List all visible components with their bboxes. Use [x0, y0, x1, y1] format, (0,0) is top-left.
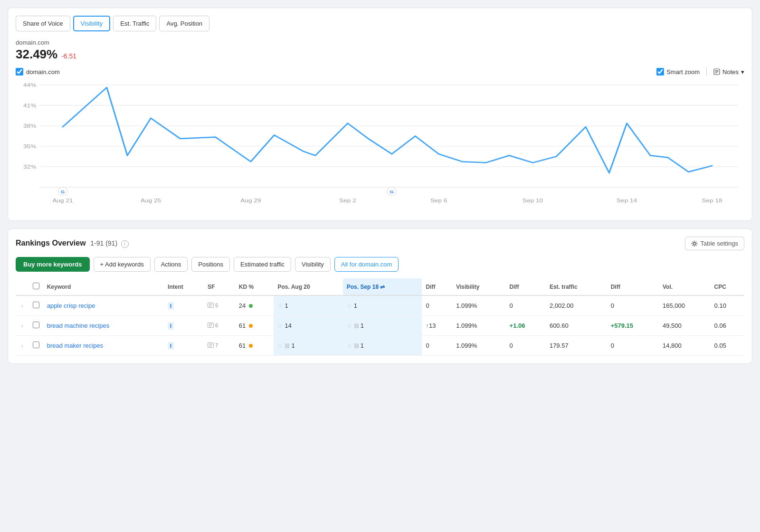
col-diff-3: Diff: [607, 278, 659, 295]
notes-button[interactable]: Notes ▾: [713, 68, 744, 76]
svg-text:35%: 35%: [23, 143, 36, 150]
row-checkbox[interactable]: [33, 342, 39, 348]
vol-cell: 14,800: [659, 336, 711, 356]
vis-diff-value: +1.06: [510, 322, 525, 329]
traffic-diff-value: +579.15: [611, 322, 633, 329]
sf-cell: 5: [208, 303, 218, 308]
kd-value: 61: [239, 342, 246, 349]
kd-indicator: [249, 304, 253, 308]
diff-cell: ↑13: [422, 316, 452, 336]
row-expand-btn[interactable]: ›: [19, 342, 25, 350]
tab-avg-position[interactable]: Avg. Position: [159, 16, 209, 31]
row-checkbox[interactable]: [33, 302, 39, 308]
tab-share-of-voice[interactable]: Share of Voice: [16, 16, 70, 31]
rankings-header: Rankings Overview 1-91 (91) i Table sett…: [16, 237, 744, 250]
link-icon: ⛓: [354, 323, 359, 329]
keyword-link[interactable]: apple crisp recipe: [47, 302, 95, 309]
intent-badge: I: [168, 342, 174, 350]
settings-icon: [691, 240, 698, 247]
legend-domain-label: domain.com: [26, 68, 60, 76]
keyword-link[interactable]: bread machine recipes: [47, 322, 110, 329]
row-expand-btn[interactable]: ›: [19, 322, 25, 330]
actions-button[interactable]: Actions: [154, 257, 188, 272]
svg-text:Sep 10: Sep 10: [522, 197, 543, 204]
table-row: › bread machine recipes I 6 61: [16, 316, 744, 336]
col-pos-sep18[interactable]: Pos. Sep 18 ⇌: [343, 278, 422, 295]
notes-icon: [713, 68, 720, 75]
diff-cell: 0: [422, 336, 452, 356]
svg-text:44%: 44%: [23, 82, 36, 88]
row-expand-btn[interactable]: ›: [19, 302, 25, 310]
buy-keywords-button[interactable]: Buy more keywords: [16, 257, 90, 272]
svg-text:Aug 21: Aug 21: [52, 197, 73, 204]
keyword-link[interactable]: bread maker recipes: [47, 342, 104, 349]
table-header: Keyword Intent SF KD % Pos. Aug 20 Pos. …: [16, 278, 744, 295]
intent-badge: I: [168, 302, 174, 310]
table-body: › apple crisp recipe I 5 24: [16, 295, 744, 356]
col-vol: Vol.: [659, 278, 711, 295]
svg-text:32%: 32%: [23, 163, 36, 170]
col-visibility: Visibility: [452, 278, 505, 295]
visibility-cell: 1.099%: [452, 295, 505, 316]
star-icon: ☆: [347, 322, 352, 329]
svg-text:Sep 2: Sep 2: [339, 197, 356, 204]
domain-checkbox[interactable]: [16, 68, 23, 76]
visibility-cell: 1.099%: [452, 316, 505, 336]
col-cpc: CPC: [711, 278, 744, 295]
notes-label: Notes: [722, 68, 739, 76]
svg-text:Sep 18: Sep 18: [702, 197, 722, 204]
rankings-count: 1-91 (91): [90, 239, 117, 247]
col-est-traffic: Est. traffic: [546, 278, 607, 295]
row-checkbox[interactable]: [33, 322, 39, 328]
positions-button[interactable]: Positions: [191, 257, 230, 272]
tab-visibility[interactable]: Visibility: [73, 16, 111, 31]
select-all-checkbox[interactable]: [33, 283, 39, 289]
traffic-cell: 179.57: [546, 336, 607, 356]
chart-legend: domain.com: [16, 68, 60, 76]
info-icon[interactable]: i: [121, 240, 129, 248]
svg-text:G: G: [390, 190, 394, 194]
traffic-diff-cell: +579.15: [607, 316, 659, 336]
metric-row: 32.49% -6.51: [16, 47, 744, 62]
vol-cell: 165,000: [659, 295, 711, 316]
link-icon: ⛓: [285, 343, 290, 349]
col-select-all: [29, 278, 43, 295]
chart-area: 44% 41% 38% 35% 32% Aug 21 Aug 25 Aug 29…: [16, 80, 744, 213]
rankings-card: Rankings Overview 1-91 (91) i Table sett…: [8, 228, 752, 364]
table-row: › apple crisp recipe I 5 24: [16, 295, 744, 316]
star-icon: ☆: [277, 342, 283, 349]
sf-icon: [208, 342, 214, 348]
cpc-cell: 0.06: [711, 316, 744, 336]
svg-text:Sep 6: Sep 6: [430, 197, 447, 204]
all-for-domain-button[interactable]: All for domain.com: [334, 257, 399, 272]
vis-diff-cell: 0: [506, 295, 546, 316]
visibility-button[interactable]: Visibility: [295, 257, 331, 272]
vis-diff-cell: 0: [506, 336, 546, 356]
svg-point-27: [693, 242, 695, 245]
estimated-traffic-button[interactable]: Estimated traffic: [234, 257, 291, 272]
intent-badge: I: [168, 322, 174, 330]
table-settings-button[interactable]: Table settings: [685, 237, 745, 250]
rankings-table-wrapper: Keyword Intent SF KD % Pos. Aug 20 Pos. …: [16, 278, 744, 356]
add-keywords-button[interactable]: + Add keywords: [94, 257, 151, 272]
notes-chevron: ▾: [741, 68, 744, 76]
metric-diff: -6.51: [61, 52, 76, 60]
smart-zoom-label: Smart zoom: [666, 68, 700, 76]
smart-zoom-checkbox[interactable]: [656, 68, 664, 76]
star-icon: ☆: [277, 302, 283, 309]
svg-text:G: G: [61, 190, 65, 194]
kd-indicator: [249, 324, 253, 328]
svg-text:41%: 41%: [23, 102, 36, 109]
rankings-title: Rankings Overview: [16, 239, 86, 247]
vol-cell: 49,500: [659, 316, 711, 336]
chart-tabs: Share of Voice Visibility Est. Traffic A…: [16, 16, 744, 31]
sf-icon: [208, 303, 214, 308]
divider: [706, 67, 707, 76]
star-icon: ☆: [347, 342, 352, 349]
col-diff-2: Diff: [506, 278, 546, 295]
tab-est-traffic[interactable]: Est. Traffic: [113, 16, 156, 31]
metric-domain: domain.com: [16, 39, 744, 46]
kd-value: 61: [239, 322, 246, 329]
rankings-toolbar: Buy more keywords + Add keywords Actions…: [16, 257, 744, 272]
sf-icon: [208, 323, 214, 328]
